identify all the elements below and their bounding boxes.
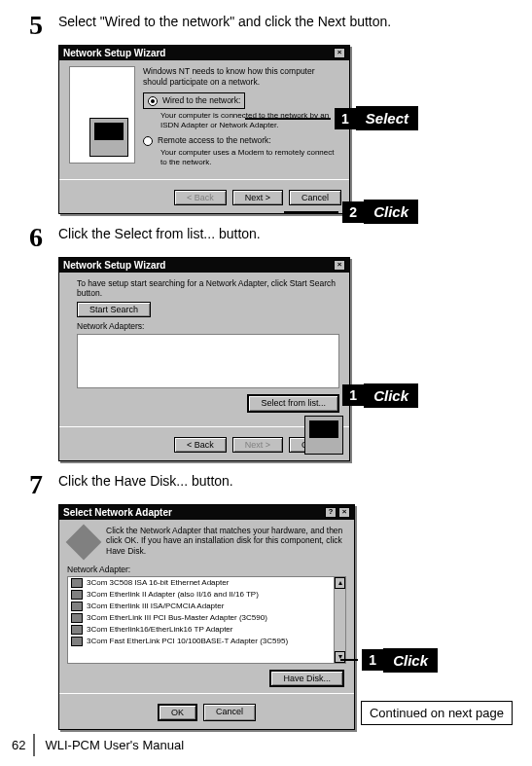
next-button-1[interactable]: Next > — [232, 190, 283, 205]
cancel-button-3[interactable]: Cancel — [203, 704, 256, 721]
page-number: 62 — [0, 734, 35, 756]
card-icon — [71, 613, 83, 623]
netadapter-label: Network Adapter: — [59, 565, 354, 574]
page-footer: 62 WLI-PCM User's Manual — [0, 734, 184, 756]
list-item[interactable]: 3Com Fast EtherLink PCI 10/100BASE-T Ada… — [68, 636, 345, 647]
remote-option-row[interactable]: Remote access to the network: — [143, 135, 339, 146]
continued-notice: Continued on next page — [361, 701, 513, 725]
list-item[interactable]: 3Com Etherlink16/EtherLink16 TP Adapter — [68, 624, 345, 636]
step-7-number: 7 — [29, 471, 58, 498]
step-5-number: 5 — [29, 12, 58, 39]
callout-click-label-1: Click — [364, 200, 418, 224]
list-item[interactable]: 3Com EtherLink III PCI Bus-Master Adapte… — [68, 612, 345, 624]
titlebar-2: Network Setup Wizard × — [59, 258, 349, 273]
callout-num-2: 2 — [342, 201, 364, 223]
remote-label: Remote access to the network: — [158, 135, 271, 146]
screenshot-1-wrap: Network Setup Wizard × Windows NT needs … — [58, 45, 350, 214]
scroll-up-icon[interactable]: ▴ — [335, 577, 345, 589]
callout-num-1-s2: 1 — [342, 384, 364, 406]
radio-wired-icon — [148, 96, 158, 106]
adapters-listbox[interactable] — [77, 334, 339, 388]
close-icon[interactable]: × — [338, 507, 350, 518]
callout-num-1-s3: 1 — [362, 649, 383, 671]
back-button-1: < Back — [174, 190, 227, 205]
step-7-text: Click the Have Disk... button. — [58, 471, 233, 489]
card-icon — [71, 637, 83, 646]
step-5-text: Select "Wired to the network" and click … — [58, 12, 391, 29]
list-item[interactable]: 3Com Etherlink III ISA/PCMCIA Adapter — [68, 601, 345, 612]
wizard-graphic-1 — [69, 66, 135, 164]
next-button-2: Next > — [232, 437, 283, 453]
network-setup-wizard-dialog-2: Network Setup Wizard × To have setup sta… — [58, 257, 350, 461]
wired-label: Wired to the network: — [162, 95, 240, 106]
manual-title: WLI-PCM User's Manual — [45, 734, 184, 756]
step-6: 6 Click the Select from list... button. — [29, 224, 513, 251]
list-item[interactable]: 3Com 3C508 ISA 16-bit Ethernet Adapter — [68, 577, 345, 589]
callout-num-1: 1 — [335, 108, 356, 129]
title-2-text: Network Setup Wizard — [63, 260, 165, 271]
callout-select-label: Select — [356, 106, 418, 130]
titlebar-1: Network Setup Wizard × — [59, 46, 349, 60]
computer-icon — [304, 416, 343, 455]
close-icon[interactable]: × — [334, 260, 345, 271]
adapters-label: Network Adapters: — [77, 321, 339, 332]
callout-click-label-3: Click — [383, 648, 438, 673]
radio-remote-icon — [143, 136, 153, 146]
select-network-adapter-dialog: Select Network Adapter ? × Click the Net… — [58, 504, 355, 730]
start-search-button[interactable]: Start Search — [77, 302, 151, 317]
title-1-text: Network Setup Wizard — [63, 48, 165, 58]
adapter-intro: Click the Network Adapter that matches y… — [106, 526, 346, 559]
step-5: 5 Select "Wired to the network" and clic… — [29, 12, 513, 39]
help-icon[interactable]: ? — [325, 507, 337, 518]
title-3-text: Select Network Adapter — [63, 507, 172, 518]
have-disk-button[interactable]: Have Disk... — [269, 670, 344, 687]
card-icon — [71, 625, 83, 635]
screenshot-3-wrap: Select Network Adapter ? × Click the Net… — [58, 504, 355, 730]
card-icon — [71, 602, 83, 611]
list-item[interactable]: 3Com Etherlink II Adapter (also II/16 an… — [68, 589, 345, 601]
callout-click-label-2: Click — [364, 383, 418, 408]
remote-desc: Your computer uses a Modem to remotely c… — [160, 148, 339, 166]
computer-icon — [89, 118, 128, 157]
netadapter-listbox[interactable]: 3Com 3C508 ISA 16-bit Ethernet Adapter 3… — [67, 576, 346, 664]
back-button-2[interactable]: < Back — [174, 437, 227, 453]
step-6-number: 6 — [29, 224, 58, 251]
callout-1-click-s3: 1 Click — [340, 648, 438, 673]
close-icon[interactable]: × — [334, 48, 345, 58]
adapter-icon — [66, 524, 102, 560]
step-6-text: Click the Select from list... button. — [58, 224, 261, 241]
step-7: 7 Click the Have Disk... button. — [29, 471, 513, 498]
callout-2-click: 2 Click — [284, 200, 418, 224]
wizard-intro-2: To have setup start searching for a Netw… — [77, 278, 339, 299]
card-icon — [71, 578, 83, 588]
ok-button[interactable]: OK — [158, 704, 197, 721]
callout-1-click-s2: 1 Click — [325, 383, 418, 408]
wizard-intro-1: Windows NT needs to know how this comput… — [143, 66, 339, 87]
callout-1-select: 1 Select — [245, 106, 418, 130]
card-icon — [71, 590, 83, 600]
screenshot-2-wrap: Network Setup Wizard × To have setup sta… — [58, 257, 350, 461]
titlebar-3: Select Network Adapter ? × — [59, 505, 354, 520]
